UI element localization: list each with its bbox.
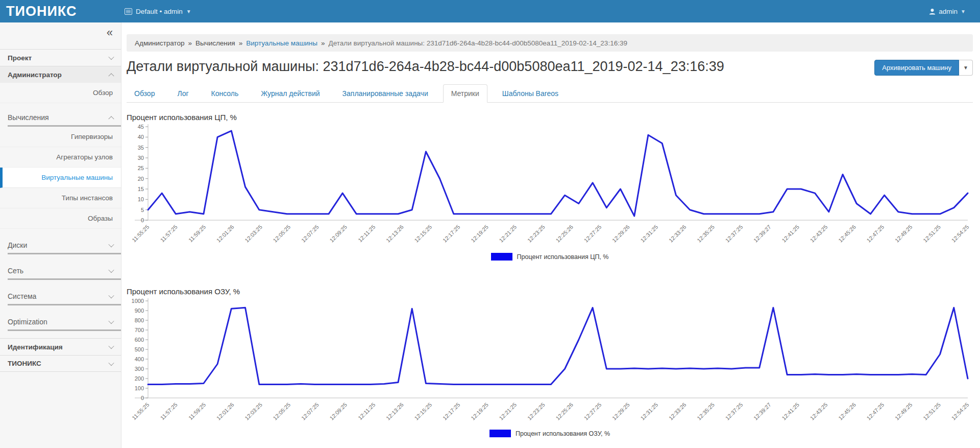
cpu-usage-chart: 05101520253035404511:55:2511:57:2511:59:…	[127, 122, 973, 249]
svg-text:12:25:26: 12:25:26	[554, 224, 574, 244]
sidebar-item-label: Optimization	[8, 318, 47, 326]
svg-text:12:35:25: 12:35:25	[696, 402, 716, 421]
breadcrumb-separator: »	[188, 39, 192, 47]
sidebar-item-label: Диски	[8, 241, 27, 249]
sidebar-item-система[interactable]: Система	[0, 288, 121, 304]
svg-text:12:01:26: 12:01:26	[215, 402, 235, 421]
sidebar-item-диски[interactable]: Диски	[0, 237, 121, 253]
svg-text:12:51:25: 12:51:25	[922, 224, 942, 244]
svg-text:1000: 1000	[132, 298, 144, 304]
svg-text:11:59:25: 11:59:25	[187, 224, 207, 243]
sidebar-item-label: Гипервизоры	[71, 133, 113, 140]
sidebar-item-label: Виртуальные машины	[41, 174, 113, 181]
breadcrumb-separator: »	[321, 39, 325, 47]
tab-журнал-действий[interactable]: Журнал действий	[253, 85, 327, 102]
svg-text:12:31:25: 12:31:25	[639, 402, 659, 421]
ram-usage-chart: 0100200300400500600700800900100011:55:25…	[127, 296, 973, 427]
svg-text:12:35:25: 12:35:25	[696, 224, 716, 244]
svg-text:12:45:26: 12:45:26	[837, 402, 857, 421]
sidebar-item-обзор[interactable]: Обзор	[0, 83, 121, 103]
chevron-up-icon	[108, 116, 114, 122]
tab-метрики[interactable]: Метрики	[443, 84, 487, 103]
sidebar: « ПроектАдминистраторОбзорВычисленияГипе…	[0, 22, 121, 448]
svg-text:12:13:26: 12:13:26	[385, 224, 405, 244]
svg-text:40: 40	[138, 134, 144, 140]
svg-text:12:15:25: 12:15:25	[413, 402, 433, 421]
sidebar-item-label: Система	[8, 292, 36, 300]
cpu-legend-swatch-icon	[491, 253, 512, 261]
sidebar-item-гипервизоры[interactable]: Гипервизоры	[0, 127, 121, 147]
svg-text:12:47:25: 12:47:25	[866, 224, 886, 244]
svg-text:12:43:25: 12:43:25	[809, 224, 829, 244]
svg-text:12:01:26: 12:01:26	[215, 224, 235, 244]
sidebar-item-optimization[interactable]: Optimization	[0, 314, 121, 329]
svg-text:200: 200	[135, 375, 144, 382]
sidebar-item-label: Агрегаторы узлов	[56, 153, 113, 161]
ram-chart-legend: Процент использования ОЗУ, %	[127, 430, 973, 437]
svg-text:30: 30	[138, 155, 144, 161]
sidebar-item-образы[interactable]: Образы	[0, 208, 121, 229]
sidebar-item-label: Сеть	[8, 267, 23, 275]
sidebar-item-label: Образы	[88, 215, 113, 222]
svg-text:12:21:25: 12:21:25	[498, 224, 518, 244]
svg-text:12:11:25: 12:11:25	[357, 402, 376, 421]
sidebar-item-виртуальные-машины[interactable]: Виртуальные машины	[0, 168, 121, 188]
chevron-down-icon	[108, 360, 114, 365]
chevron-down-icon	[108, 241, 114, 247]
sidebar-item-тионикс[interactable]: ТИОНИКС	[0, 355, 121, 372]
svg-text:12:25:26: 12:25:26	[554, 402, 574, 421]
sidebar-item-вычисления[interactable]: Вычисления	[0, 109, 121, 125]
svg-text:900: 900	[135, 308, 144, 314]
sidebar-item-администратор[interactable]: Администратор	[0, 66, 121, 83]
svg-text:11:57:25: 11:57:25	[159, 224, 179, 243]
sidebar-item-label: Администратор	[8, 71, 62, 79]
main-content: Администратор»Вычисления»Виртуальные маш…	[121, 22, 980, 448]
breadcrumb: Администратор»Вычисления»Виртуальные маш…	[127, 34, 973, 52]
tab-обзор[interactable]: Обзор	[127, 85, 162, 102]
cpu-legend-label: Процент использования ЦП, %	[517, 253, 609, 261]
top-header: ТИОНИКС Default • admin ▼ admin ▼	[0, 0, 980, 22]
svg-text:12:33:26: 12:33:26	[668, 402, 688, 421]
user-menu-label: admin	[939, 8, 958, 15]
sidebar-item-проект[interactable]: Проект	[0, 49, 121, 66]
chevron-down-icon	[108, 267, 114, 272]
svg-text:11:55:25: 11:55:25	[131, 402, 150, 421]
svg-text:12:29:25: 12:29:25	[611, 402, 631, 421]
svg-text:12:15:25: 12:15:25	[413, 224, 433, 244]
archive-machine-button[interactable]: Архивировать машину	[874, 60, 959, 76]
svg-text:12:41:25: 12:41:25	[780, 224, 800, 244]
svg-text:10: 10	[138, 196, 144, 202]
archive-dropdown-caret-button[interactable]: ▼	[959, 60, 973, 76]
svg-text:0: 0	[141, 217, 144, 223]
context-switcher[interactable]: Default • admin ▼	[125, 8, 191, 15]
svg-text:12:23:25: 12:23:25	[526, 224, 546, 244]
svg-text:12:05:25: 12:05:25	[272, 402, 292, 421]
sidebar-item-label: Типы инстансов	[62, 194, 113, 202]
sidebar-item-идентификация[interactable]: Идентификация	[0, 338, 121, 355]
sidebar-collapse-button[interactable]: «	[107, 27, 113, 38]
tab-шаблоны-bareos[interactable]: Шаблоны Bareos	[495, 85, 566, 102]
ram-chart-title: Процент использования ОЗУ, %	[127, 287, 973, 296]
sidebar-item-сеть[interactable]: Сеть	[0, 263, 121, 278]
svg-text:12:27:25: 12:27:25	[583, 224, 603, 244]
svg-text:35: 35	[138, 145, 144, 151]
tab-лог[interactable]: Лог	[169, 85, 196, 102]
svg-text:12:19:25: 12:19:25	[470, 402, 489, 421]
tab-запланированные-задачи[interactable]: Запланированные задачи	[335, 85, 436, 102]
breadcrumb-item-2[interactable]: Виртуальные машины	[246, 39, 317, 47]
svg-text:12:39:27: 12:39:27	[752, 224, 772, 244]
svg-text:12:29:26: 12:29:26	[611, 224, 631, 244]
caret-down-icon: ▼	[963, 65, 968, 70]
tab-консоль[interactable]: Консоль	[204, 85, 247, 102]
sidebar-item-типы-инстансов[interactable]: Типы инстансов	[0, 188, 121, 208]
svg-text:12:31:25: 12:31:25	[639, 224, 659, 244]
svg-text:400: 400	[135, 356, 144, 362]
svg-text:12:17:25: 12:17:25	[442, 402, 461, 421]
sidebar-item-агрегаторы-узлов[interactable]: Агрегаторы узлов	[0, 147, 121, 168]
svg-text:12:23:25: 12:23:25	[526, 402, 546, 421]
svg-text:12:54:25: 12:54:25	[950, 224, 970, 244]
svg-text:12:41:25: 12:41:25	[780, 402, 800, 421]
breadcrumb-item-0: Администратор	[135, 39, 184, 47]
chevron-down-icon: ▼	[186, 9, 191, 14]
user-menu[interactable]: admin ▼	[929, 8, 966, 15]
